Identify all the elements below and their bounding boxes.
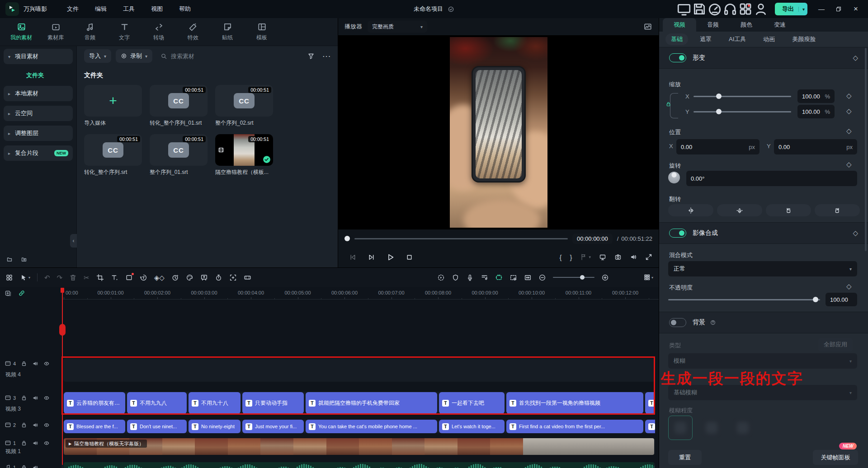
- lock-icon[interactable]: [21, 395, 27, 401]
- folder-add-icon[interactable]: [21, 256, 28, 263]
- sidebar-item-项目素材[interactable]: ▾项目素材: [4, 49, 73, 64]
- position-keyframe-icon[interactable]: ◇: [846, 127, 852, 135]
- subtitle-clip[interactable]: TIn...: [645, 420, 655, 433]
- media-thumbnail[interactable]: +: [84, 85, 142, 117]
- subtitle-clip[interactable]: T一起看下去吧: [439, 392, 505, 414]
- subtitle-clip[interactable]: TNo ninety-eight: [189, 420, 241, 433]
- ai-portrait-icon[interactable]: [200, 274, 208, 281]
- tab-我的素材[interactable]: 我的素材: [5, 22, 38, 42]
- lock-icon[interactable]: [21, 440, 27, 446]
- menu-视图[interactable]: 视图: [145, 2, 169, 16]
- media-thumbnail[interactable]: CC00:00:51: [150, 85, 208, 117]
- subtitle-clip[interactable]: TDon't use ninet...: [127, 420, 187, 433]
- timeline-marker[interactable]: [59, 324, 66, 336]
- compositing-keyframe-icon[interactable]: ◇: [853, 229, 858, 237]
- blur-level-2[interactable]: [699, 416, 724, 440]
- mute-icon[interactable]: [32, 422, 38, 428]
- media-item[interactable]: CC00:00:51整个序列_02.srt: [215, 85, 273, 127]
- zoom-slider[interactable]: [553, 273, 594, 282]
- help-icon[interactable]: [710, 319, 716, 326]
- media-thumbnail[interactable]: 00:00:51: [215, 134, 273, 166]
- close-button[interactable]: ×: [848, 3, 863, 15]
- app-logo-icon[interactable]: [5, 2, 19, 16]
- blur-level-1[interactable]: [668, 416, 693, 440]
- search-box[interactable]: [160, 53, 303, 60]
- fit-timeline-icon[interactable]: [524, 274, 532, 281]
- search-input[interactable]: [171, 53, 225, 60]
- record-button[interactable]: 录制▾: [116, 49, 152, 63]
- volume-button[interactable]: [630, 253, 637, 261]
- mirror-display-button[interactable]: [599, 253, 606, 261]
- mark-in-button[interactable]: {: [559, 253, 561, 261]
- media-thumbnail[interactable]: CC00:00:51: [150, 134, 208, 166]
- subtab-遮罩[interactable]: 遮罩: [694, 33, 717, 45]
- track-strip-icon[interactable]: [244, 274, 251, 281]
- opacity-slider[interactable]: [668, 293, 820, 306]
- visibility-icon[interactable]: [43, 440, 50, 446]
- subtitle-clip[interactable]: T只要动动手指: [242, 392, 304, 414]
- track-header-video-2[interactable]: 2: [5, 421, 50, 428]
- preview-window-icon[interactable]: [509, 274, 517, 281]
- lock-ratio-icon[interactable]: [665, 101, 671, 107]
- subtitle-clip[interactable]: TLet's watch it toge...: [439, 420, 505, 433]
- restore-button[interactable]: [831, 3, 846, 15]
- apps-grid-icon[interactable]: [738, 3, 753, 15]
- menu-文件[interactable]: 文件: [61, 2, 85, 16]
- track-manager-icon[interactable]: [5, 274, 13, 281]
- transform-toggle[interactable]: [669, 53, 686, 62]
- more-options-icon[interactable]: ···: [323, 53, 331, 59]
- rotate-dial[interactable]: [668, 172, 680, 183]
- lock-icon[interactable]: [21, 464, 27, 468]
- tab-素材库[interactable]: 素材库: [39, 22, 72, 42]
- speech-to-text-icon[interactable]: [140, 274, 147, 281]
- marker-button[interactable]: [580, 253, 587, 261]
- performance-icon[interactable]: [707, 3, 722, 15]
- tab-贴纸[interactable]: 贴纸: [211, 22, 244, 42]
- media-item[interactable]: CC00:00:51转化_整个序列_01.srt: [150, 85, 208, 127]
- background-toggle[interactable]: [669, 318, 686, 327]
- histogram-icon[interactable]: [643, 22, 652, 31]
- scale-x-value[interactable]: 100.00%: [797, 89, 835, 103]
- subtab-AI工具[interactable]: AI工具: [723, 33, 751, 45]
- background-type-select[interactable]: 模糊▾: [668, 353, 857, 369]
- timer-icon[interactable]: [215, 274, 222, 281]
- menu-编辑[interactable]: 编辑: [89, 2, 113, 16]
- subtab-美颜瘦脸[interactable]: 美颜瘦脸: [787, 33, 821, 45]
- track-header-audio-1[interactable]: 1: [5, 464, 38, 468]
- scale-x-slider[interactable]: [693, 89, 791, 103]
- subtab-基础[interactable]: 基础: [665, 33, 688, 45]
- tab-模板[interactable]: 模板: [245, 22, 278, 42]
- audio-clip[interactable]: [64, 462, 654, 468]
- mask-icon[interactable]: [125, 274, 133, 281]
- keyframe-diamond-icon[interactable]: ◇: [853, 54, 858, 62]
- rotate-left-button[interactable]: [766, 204, 811, 216]
- tab-转场[interactable]: 转场: [142, 22, 175, 42]
- snapshot-button[interactable]: [614, 253, 622, 261]
- stop-button[interactable]: [406, 253, 413, 261]
- keyframe-icon[interactable]: ◈◇: [154, 274, 165, 281]
- link-icon[interactable]: [18, 290, 25, 297]
- track-header-video-1[interactable]: 1: [5, 440, 50, 446]
- zoom-slider-knob[interactable]: [580, 275, 585, 280]
- split-icon[interactable]: ✂: [84, 274, 90, 281]
- mute-icon[interactable]: [32, 395, 38, 401]
- scale-x-keyframe-icon[interactable]: ◇: [846, 92, 852, 100]
- opacity-keyframe-icon[interactable]: ◇: [846, 282, 852, 290]
- save-icon[interactable]: [692, 3, 707, 15]
- new-folder-icon[interactable]: [6, 256, 14, 263]
- mark-out-button[interactable]: }: [570, 253, 572, 261]
- playhead[interactable]: [62, 288, 63, 465]
- video-clip[interactable]: ▶隔空撸猫教程（横板无字幕版）: [64, 438, 654, 455]
- blend-mode-select[interactable]: 正常▾: [668, 261, 857, 276]
- fullscreen-button[interactable]: [645, 253, 652, 261]
- track-header-video-4[interactable]: 4: [5, 360, 50, 367]
- rotate-right-button[interactable]: [815, 204, 860, 216]
- subtitle-clip[interactable]: TYou can take the cat's mobile phone hom…: [306, 420, 437, 433]
- add-text-icon[interactable]: [111, 274, 118, 281]
- render-preview-icon[interactable]: [437, 274, 445, 281]
- subtitle-clip[interactable]: T云养猫的朋友有福了: [64, 392, 125, 414]
- zoom-out-icon[interactable]: [538, 274, 546, 281]
- tab-音频[interactable]: 音频: [73, 22, 107, 42]
- import-button[interactable]: 导入▾: [84, 49, 111, 63]
- delete-icon[interactable]: [69, 274, 77, 281]
